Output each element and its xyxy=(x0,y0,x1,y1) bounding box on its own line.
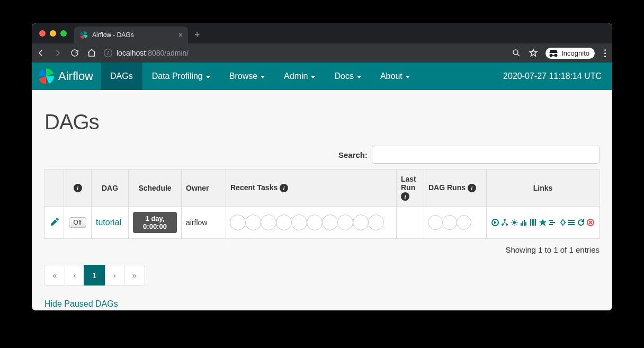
nav-item-dags[interactable]: DAGs xyxy=(101,63,142,90)
trigger-dag-icon[interactable] xyxy=(491,218,499,227)
task-status-circle[interactable] xyxy=(322,215,338,230)
chevron-down-icon xyxy=(406,76,410,78)
edit-dag-icon[interactable] xyxy=(50,220,59,228)
url-path: /admin/ xyxy=(164,49,189,57)
pagination-button[interactable]: ‹ xyxy=(65,265,84,285)
landing-times-icon[interactable] xyxy=(539,218,547,227)
svg-rect-10 xyxy=(530,219,531,226)
col-links: Links xyxy=(487,169,600,207)
tree-view-icon[interactable] xyxy=(500,218,509,227)
svg-rect-19 xyxy=(568,224,575,225)
chevron-down-icon xyxy=(357,76,361,78)
table-header-row: i DAG Schedule Owner Recent Tasks i Last… xyxy=(45,169,600,207)
schedule-badge[interactable]: 1 day, 0:00:00 xyxy=(133,212,177,233)
info-icon[interactable]: i xyxy=(74,184,82,192)
task-status-circle[interactable] xyxy=(291,215,307,230)
site-info-icon[interactable]: i xyxy=(104,49,112,57)
col-toggle: i xyxy=(64,169,92,207)
svg-point-0 xyxy=(513,50,518,55)
pagination-button[interactable]: » xyxy=(124,265,145,285)
refresh-icon[interactable] xyxy=(577,218,585,227)
task-status-circle[interactable] xyxy=(230,215,246,230)
task-status-circle[interactable] xyxy=(276,215,292,230)
task-status-circle[interactable] xyxy=(307,215,323,230)
page-title: DAGs xyxy=(44,110,600,134)
run-status-circle[interactable] xyxy=(428,215,443,230)
task-status-circle[interactable] xyxy=(261,215,276,230)
col-schedule: Schedule xyxy=(129,169,182,207)
toolbar-right: Incognito xyxy=(512,48,608,59)
nav-item-label: Admin xyxy=(284,72,308,81)
nav-item-data-profiling[interactable]: Data Profiling xyxy=(142,63,220,90)
airflow-navbar: Airflow DAGsData ProfilingBrowseAdminDoc… xyxy=(32,63,612,90)
graph-view-icon[interactable] xyxy=(510,218,518,227)
pagination-button[interactable]: « xyxy=(44,265,65,285)
col-last-run: Last Run i xyxy=(397,169,424,207)
svg-rect-9 xyxy=(525,222,526,226)
task-tries-icon[interactable] xyxy=(529,218,538,227)
svg-rect-18 xyxy=(568,222,575,223)
col-edit xyxy=(45,169,64,207)
airflow-brand[interactable]: Airflow xyxy=(32,63,101,90)
tab-title: Airflow - DAGs xyxy=(92,31,134,39)
search-row: Search: xyxy=(44,146,600,164)
browser-menu-button[interactable] xyxy=(602,49,608,57)
task-duration-icon[interactable] xyxy=(520,218,528,227)
nav-forward-button[interactable] xyxy=(53,48,62,58)
svg-rect-13 xyxy=(535,219,536,226)
dag-link[interactable]: tutorial xyxy=(96,218,121,227)
browser-tab[interactable]: Airflow - DAGs × xyxy=(74,26,188,43)
info-icon[interactable]: i xyxy=(280,184,288,192)
window-controls xyxy=(32,23,74,43)
zoom-icon[interactable] xyxy=(512,48,521,58)
chevron-down-icon xyxy=(311,76,315,78)
close-window-button[interactable] xyxy=(39,30,46,37)
maximize-window-button[interactable] xyxy=(60,30,67,37)
nav-item-browse[interactable]: Browse xyxy=(220,63,274,90)
task-status-circle[interactable] xyxy=(353,215,369,230)
info-icon[interactable]: i xyxy=(401,192,409,201)
run-status-circle[interactable] xyxy=(442,215,457,230)
pagination-button[interactable]: 1 xyxy=(84,265,105,285)
search-input[interactable] xyxy=(372,146,600,164)
minimize-window-button[interactable] xyxy=(50,30,56,37)
url-port: :8080 xyxy=(146,49,164,57)
nav-item-admin[interactable]: Admin xyxy=(274,63,325,90)
delete-icon[interactable] xyxy=(586,218,595,227)
home-button[interactable] xyxy=(87,48,96,58)
col-recent-tasks: Recent Tasks i xyxy=(226,169,397,207)
address-bar: i localhost:8080/admin/ Incognito xyxy=(32,43,612,63)
task-status-circle[interactable] xyxy=(245,215,261,230)
nav-item-about[interactable]: About xyxy=(371,63,419,90)
svg-point-2 xyxy=(504,219,506,221)
svg-rect-16 xyxy=(549,224,553,225)
table-row: Offtutorial1 day, 0:00:00airflow xyxy=(45,207,600,239)
dag-pause-toggle[interactable]: Off xyxy=(69,217,87,228)
bookmark-star-icon[interactable] xyxy=(529,48,538,58)
nav-back-button[interactable] xyxy=(36,48,46,58)
nav-item-label: Data Profiling xyxy=(152,72,203,81)
pagination: «‹1›» xyxy=(44,265,600,285)
nav-item-docs[interactable]: Docs xyxy=(325,63,370,90)
pagination-button[interactable]: › xyxy=(105,265,124,285)
incognito-icon xyxy=(549,49,558,57)
col-dag: DAG xyxy=(92,169,129,207)
clock: 2020-07-27 11:18:14 UTC xyxy=(493,63,612,90)
browser-window: Airflow - DAGs × + i localhost:8080/admi… xyxy=(32,23,612,310)
code-icon[interactable] xyxy=(558,218,566,227)
info-icon[interactable]: i xyxy=(468,184,476,192)
run-status-circle[interactable] xyxy=(457,215,471,230)
airflow-logo-icon xyxy=(37,67,55,85)
url-host: localhost xyxy=(117,49,146,57)
incognito-badge: Incognito xyxy=(545,48,595,59)
new-tab-button[interactable]: + xyxy=(188,26,207,43)
reload-button[interactable] xyxy=(70,48,79,58)
logs-icon[interactable] xyxy=(567,218,576,227)
svg-point-5 xyxy=(513,221,516,224)
task-status-circle[interactable] xyxy=(368,215,384,230)
gantt-icon[interactable] xyxy=(548,218,557,227)
hide-paused-link[interactable]: Hide Paused DAGs xyxy=(44,299,118,309)
close-tab-icon[interactable]: × xyxy=(178,31,183,39)
url-display[interactable]: i localhost:8080/admin/ xyxy=(104,49,504,57)
task-status-circle[interactable] xyxy=(337,215,353,230)
